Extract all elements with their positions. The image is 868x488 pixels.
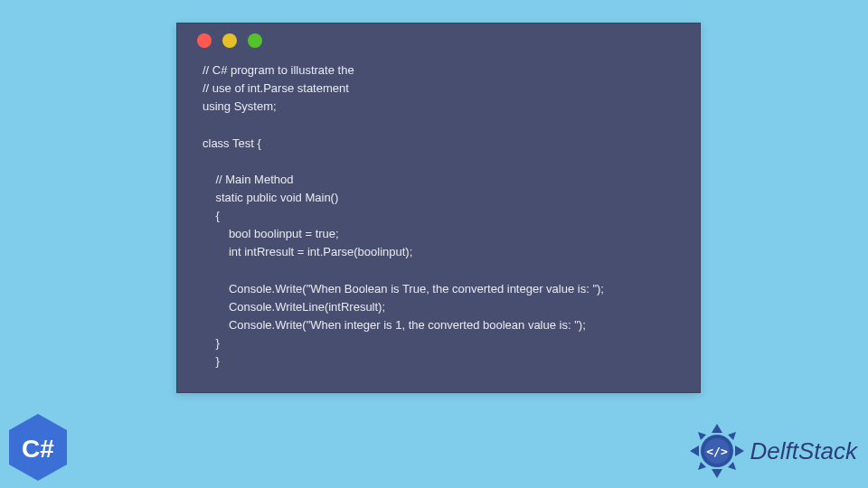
code-window: // C# program to illustrate the // use o… xyxy=(176,23,701,393)
window-titlebar xyxy=(177,23,700,58)
svg-text:</>: </> xyxy=(706,445,728,458)
svg-marker-1 xyxy=(712,424,722,433)
svg-marker-7 xyxy=(698,462,706,470)
svg-marker-2 xyxy=(712,469,722,478)
delftstack-text: DelftStack xyxy=(750,437,858,465)
svg-marker-3 xyxy=(690,446,699,456)
delftstack-logo: </> DelftStack xyxy=(687,421,858,481)
close-icon xyxy=(197,33,212,48)
delftstack-badge-icon: </> xyxy=(687,421,747,481)
svg-marker-5 xyxy=(698,432,706,440)
minimize-icon xyxy=(222,33,237,48)
csharp-logo-icon: C# xyxy=(5,412,71,483)
svg-marker-4 xyxy=(735,446,744,456)
csharp-label: C# xyxy=(22,435,54,463)
svg-marker-8 xyxy=(728,462,736,470)
svg-marker-6 xyxy=(728,432,736,440)
maximize-icon xyxy=(248,33,262,48)
code-content: // C# program to illustrate the // use o… xyxy=(177,58,700,392)
